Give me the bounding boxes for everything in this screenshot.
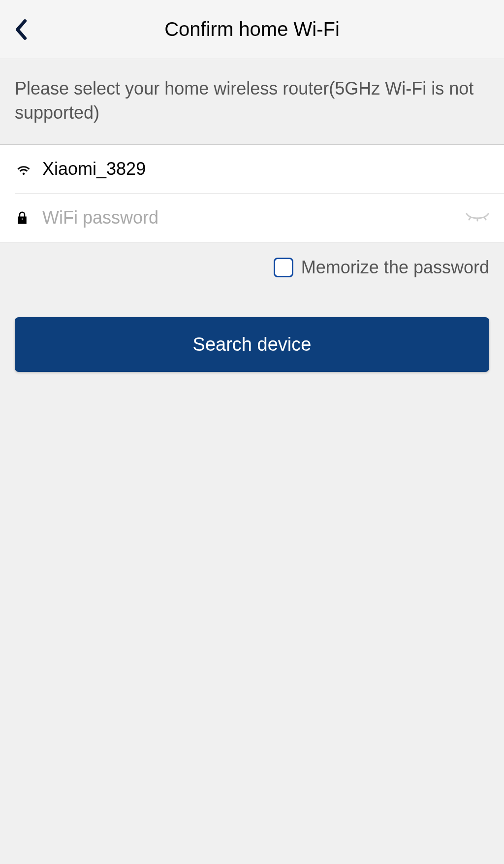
memorize-checkbox[interactable]	[274, 258, 293, 277]
memorize-label: Memorize the password	[301, 257, 489, 278]
svg-line-2	[484, 217, 486, 220]
ssid-value: Xiaomi_3829	[42, 159, 146, 179]
password-row	[15, 193, 504, 242]
page-title: Confirm home Wi-Fi	[0, 18, 504, 40]
ssid-row[interactable]: Xiaomi_3829	[0, 145, 504, 193]
header-bar: Confirm home Wi-Fi	[0, 0, 504, 59]
toggle-password-visibility-button[interactable]	[466, 212, 489, 224]
back-button[interactable]	[14, 19, 33, 42]
lock-icon	[15, 210, 30, 226]
chevron-left-icon	[14, 19, 28, 40]
eye-closed-icon	[466, 212, 489, 222]
wifi-icon	[15, 160, 32, 178]
svg-line-0	[469, 217, 471, 220]
search-device-button[interactable]: Search device	[15, 317, 489, 372]
wifi-form: Xiaomi_3829	[0, 144, 504, 242]
memorize-row: Memorize the password	[0, 242, 504, 278]
password-input[interactable]	[42, 207, 489, 228]
instruction-text: Please select your home wireless router(…	[0, 59, 504, 144]
